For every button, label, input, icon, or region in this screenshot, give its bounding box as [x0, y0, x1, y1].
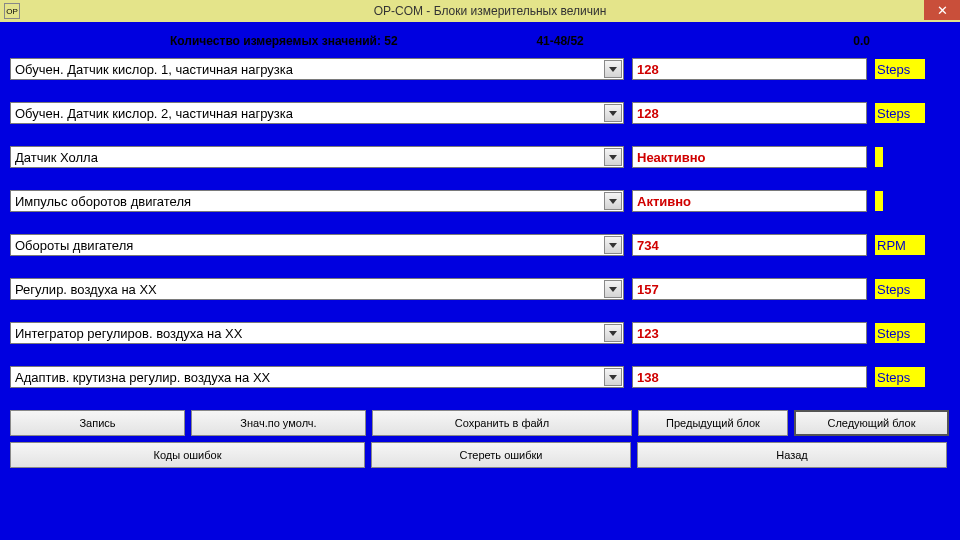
- chevron-down-icon[interactable]: [604, 60, 622, 78]
- param-label: Интегратор регулиров. воздуха на ХХ: [15, 326, 242, 341]
- value-field: Неактивно: [632, 146, 867, 168]
- unit-label: Steps: [875, 103, 925, 123]
- titlebar: OP OP-COM - Блоки измерительных величин …: [0, 0, 960, 22]
- main-panel: Количество измеряемых значений: 52 41-48…: [0, 22, 960, 540]
- save-file-button[interactable]: Сохранить в файл: [372, 410, 632, 436]
- unit-label: RPM: [875, 235, 925, 255]
- param-label: Регулир. воздуха на ХХ: [15, 282, 157, 297]
- clear-errors-button[interactable]: Стереть ошибки: [371, 442, 631, 468]
- window-title: OP-COM - Блоки измерительных величин: [20, 4, 960, 18]
- chevron-down-icon[interactable]: [604, 280, 622, 298]
- measurement-row: Обучен. Датчик кислор. 2, частичная нагр…: [10, 102, 950, 124]
- prev-block-button[interactable]: Предыдущий блок: [638, 410, 788, 436]
- chevron-down-icon[interactable]: [604, 148, 622, 166]
- defaults-button[interactable]: Знач.по умолч.: [191, 410, 366, 436]
- unit-label: [875, 147, 883, 167]
- param-label: Обучен. Датчик кислор. 1, частичная нагр…: [15, 62, 293, 77]
- unit-label: Steps: [875, 279, 925, 299]
- measurement-row: Обучен. Датчик кислор. 1, частичная нагр…: [10, 58, 950, 80]
- button-row-2: Коды ошибок Стереть ошибки Назад: [10, 442, 950, 468]
- measurement-row: Обороты двигателя734RPM: [10, 234, 950, 256]
- value-field: 128: [632, 58, 867, 80]
- param-label: Адаптив. крутизна регулир. воздуха на ХХ: [15, 370, 270, 385]
- value-field: Активно: [632, 190, 867, 212]
- unit-label: Steps: [875, 323, 925, 343]
- param-select[interactable]: Датчик Холла: [10, 146, 624, 168]
- param-select[interactable]: Обучен. Датчик кислор. 2, частичная нагр…: [10, 102, 624, 124]
- param-label: Обороты двигателя: [15, 238, 133, 253]
- unit-label: Steps: [875, 59, 925, 79]
- chevron-down-icon[interactable]: [604, 104, 622, 122]
- measurement-row: Интегратор регулиров. воздуха на ХХ123St…: [10, 322, 950, 344]
- param-select[interactable]: Интегратор регулиров. воздуха на ХХ: [10, 322, 624, 344]
- app-icon: OP: [4, 3, 20, 19]
- value-field: 157: [632, 278, 867, 300]
- record-button[interactable]: Запись: [10, 410, 185, 436]
- measurement-row: Импульс оборотов двигателяАктивно: [10, 190, 950, 212]
- error-codes-button[interactable]: Коды ошибок: [10, 442, 365, 468]
- timer-label: 0.0: [762, 34, 950, 48]
- value-field: 123: [632, 322, 867, 344]
- param-select[interactable]: Импульс оборотов двигателя: [10, 190, 624, 212]
- chevron-down-icon[interactable]: [604, 192, 622, 210]
- back-button[interactable]: Назад: [637, 442, 947, 468]
- header-row: Количество измеряемых значений: 52 41-48…: [10, 30, 950, 58]
- button-row-1: Запись Знач.по умолч. Сохранить в файл П…: [10, 410, 950, 436]
- param-select[interactable]: Обучен. Датчик кислор. 1, частичная нагр…: [10, 58, 624, 80]
- measurement-row: Адаптив. крутизна регулир. воздуха на ХХ…: [10, 366, 950, 388]
- unit-label: Steps: [875, 367, 925, 387]
- measurement-row: Датчик ХоллаНеактивно: [10, 146, 950, 168]
- chevron-down-icon[interactable]: [604, 324, 622, 342]
- range-label: 41-48/52: [536, 34, 762, 48]
- value-field: 734: [632, 234, 867, 256]
- chevron-down-icon[interactable]: [604, 236, 622, 254]
- close-button[interactable]: ✕: [924, 0, 960, 20]
- unit-label: [875, 191, 883, 211]
- button-rows: Запись Знач.по умолч. Сохранить в файл П…: [10, 410, 950, 468]
- param-label: Импульс оборотов двигателя: [15, 194, 191, 209]
- next-block-button[interactable]: Следующий блок: [794, 410, 949, 436]
- param-select[interactable]: Адаптив. крутизна регулир. воздуха на ХХ: [10, 366, 624, 388]
- close-icon: ✕: [937, 3, 948, 18]
- value-field: 128: [632, 102, 867, 124]
- param-select[interactable]: Обороты двигателя: [10, 234, 624, 256]
- count-label: Количество измеряемых значений: 52: [10, 34, 536, 48]
- param-label: Обучен. Датчик кислор. 2, частичная нагр…: [15, 106, 293, 121]
- chevron-down-icon[interactable]: [604, 368, 622, 386]
- param-label: Датчик Холла: [15, 150, 98, 165]
- value-field: 138: [632, 366, 867, 388]
- measurement-row: Регулир. воздуха на ХХ157Steps: [10, 278, 950, 300]
- param-select[interactable]: Регулир. воздуха на ХХ: [10, 278, 624, 300]
